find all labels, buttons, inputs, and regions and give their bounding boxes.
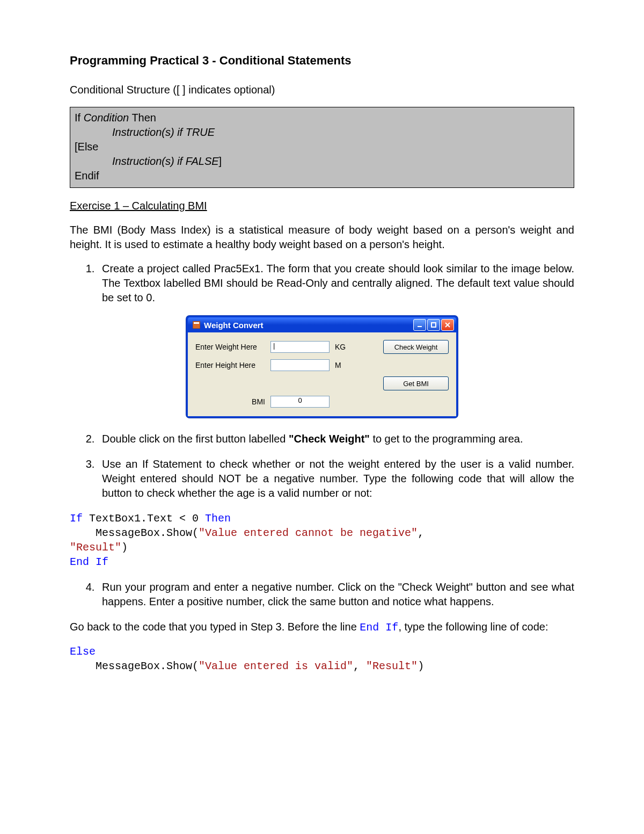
code2-t3: ) xyxy=(418,660,424,672)
code2-t2: , xyxy=(353,660,366,672)
between-text: Go back to the code that you typed in St… xyxy=(70,620,574,635)
code1-end: End If xyxy=(70,556,108,568)
code1-t3: , xyxy=(418,527,424,539)
between-endif: End If xyxy=(360,621,398,634)
page-title: Programming Practical 3 - Conditional St… xyxy=(70,54,574,68)
syntax-if: If xyxy=(75,112,84,124)
syntax-then: Then xyxy=(129,112,156,124)
between-c: , type the following line of code: xyxy=(398,621,548,633)
syntax-true: Instruction(s) if TRUE xyxy=(75,125,569,140)
step-2a: Double click on the first button labelle… xyxy=(102,433,289,445)
unit-kg: KG xyxy=(335,343,349,351)
step-1: Create a project called Prac5Ex1. The fo… xyxy=(98,262,574,305)
step-2: Double click on the first button labelle… xyxy=(98,432,574,446)
label-height: Enter Height Here xyxy=(195,361,265,369)
code1-t1: TextBox1.Text < 0 xyxy=(83,512,205,525)
code-block-2: Else MessageBox.Show("Value entered is v… xyxy=(70,644,574,673)
syntax-else: [Else xyxy=(75,140,569,154)
step-4: Run your program and enter a negative nu… xyxy=(98,580,574,609)
syntax-endif: Endif xyxy=(75,169,569,183)
label-bmi: BMI xyxy=(195,397,265,406)
height-input[interactable] xyxy=(270,359,330,371)
code1-if: If xyxy=(70,512,83,525)
maximize-button[interactable] xyxy=(427,319,440,331)
close-button[interactable] xyxy=(441,319,454,331)
code2-else: Else xyxy=(70,646,96,658)
code1-then: Then xyxy=(205,512,231,525)
code1-t2: MessageBox.Show( xyxy=(70,527,199,539)
weight-convert-window: Weight Convert Enter Weight Here | xyxy=(186,316,458,418)
code1-s1: "Value entered cannot be negative" xyxy=(199,527,418,539)
code2-s2: "Result" xyxy=(366,660,418,672)
syntax-condition: Condition xyxy=(84,112,129,124)
step-3: Use an If Statement to check whether or … xyxy=(98,457,574,501)
svg-rect-3 xyxy=(431,323,436,327)
code1-t4: ) xyxy=(121,541,128,554)
svg-rect-1 xyxy=(194,322,199,324)
code-block-1: If TextBox1.Text < 0 Then MessageBox.Sho… xyxy=(70,511,574,569)
label-weight: Enter Weight Here xyxy=(195,343,265,351)
svg-rect-2 xyxy=(418,326,422,327)
code2-t1: MessageBox.Show( xyxy=(70,660,199,672)
intro-text: Conditional Structure ([ ] indicates opt… xyxy=(70,83,574,97)
unit-m: M xyxy=(335,361,349,369)
weight-input[interactable]: | xyxy=(270,341,330,353)
step-2c: to get to the programming area. xyxy=(370,433,523,445)
step-2-bold: "Check Weight" xyxy=(289,433,370,445)
syntax-bracket: ] xyxy=(219,155,222,167)
minimize-button[interactable] xyxy=(413,319,426,331)
titlebar[interactable]: Weight Convert xyxy=(188,317,456,332)
window-title: Weight Convert xyxy=(204,321,413,330)
code2-s1: "Value entered is valid" xyxy=(199,660,353,672)
exercise-1-heading: Exercise 1 – Calculating BMI xyxy=(70,200,574,212)
syntax-box: If Condition Then Instruction(s) if TRUE… xyxy=(70,107,574,188)
form-icon xyxy=(192,321,201,329)
exercise-1-desc: The BMI (Body Mass Index) is a statistic… xyxy=(70,223,574,252)
between-a: Go back to the code that you typed in St… xyxy=(70,621,360,633)
check-weight-button[interactable]: Check Weight xyxy=(383,340,449,354)
syntax-false: Instruction(s) if FALSE xyxy=(112,155,219,167)
get-bmi-button[interactable]: Get BMI xyxy=(383,376,449,390)
bmi-output: 0 xyxy=(270,396,330,408)
code1-s2: "Result" xyxy=(70,541,121,554)
